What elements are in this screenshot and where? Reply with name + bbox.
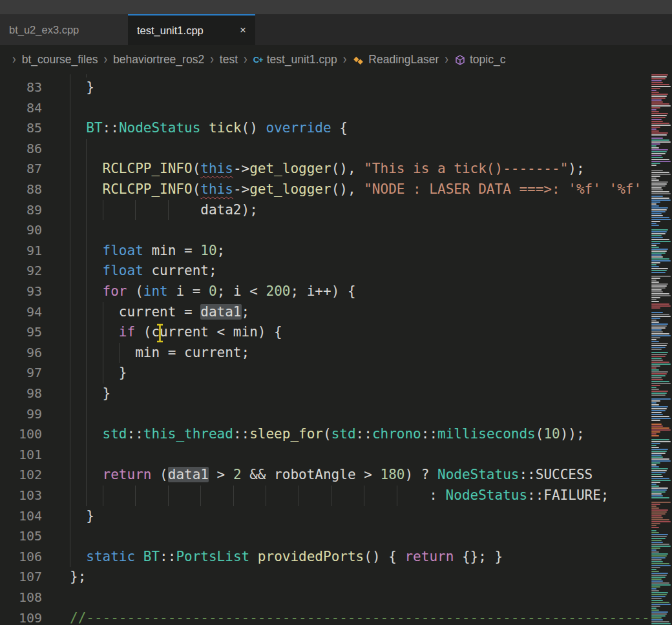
line-number[interactable]: 85 (0, 118, 42, 139)
minimap-row (651, 266, 659, 267)
minimap-row (651, 231, 667, 232)
line-number[interactable]: 108 (0, 588, 42, 608)
line-number[interactable]: 102 (0, 465, 42, 486)
minimap-row (651, 138, 663, 139)
line-number[interactable]: 88 (0, 179, 42, 200)
line-number[interactable]: 101 (0, 445, 42, 466)
code-line[interactable]: 86 (0, 139, 650, 159)
tab-bt_u2_ex3.cpp[interactable]: bt_u2_ex3.cpp (0, 14, 128, 45)
chevron-icon: › (103, 52, 107, 68)
minimap-row (651, 99, 662, 101)
code-line[interactable]: 90 (0, 220, 650, 241)
minimap-row (651, 205, 659, 207)
minimap-row (651, 76, 667, 77)
line-number[interactable]: 91 (0, 241, 42, 261)
line-number[interactable]: 104 (0, 506, 42, 527)
code-line[interactable]: 87 RCLCPP_INFO(this->get_logger(), "This… (0, 159, 650, 179)
minimap-row (651, 449, 668, 450)
breadcrumb-item-behaviortree_ros2[interactable]: behaviortree_ros2 (113, 53, 204, 67)
code-line[interactable]: 95 if (current < min) { (0, 322, 650, 343)
line-number[interactable]: 99 (0, 404, 42, 425)
minimap-row (651, 394, 666, 396)
minimap-row (651, 377, 662, 378)
line-number[interactable]: 103 (0, 486, 42, 506)
minimap-row (651, 270, 667, 271)
code-editor[interactable]: 82 }83 }8485 BT::NodeStatus tick() overr… (0, 74, 672, 625)
minimap-row (651, 553, 668, 555)
minimap-row (651, 151, 667, 152)
line-number[interactable]: 95 (0, 322, 42, 343)
line-number[interactable]: 83 (0, 77, 42, 98)
minimap-row (651, 113, 668, 114)
code-line[interactable]: 98 } (0, 384, 650, 404)
line-number[interactable]: 105 (0, 526, 42, 547)
breadcrumb-item-ReadingLaser[interactable]: ReadingLaser (352, 53, 439, 67)
minimap-row (651, 268, 668, 269)
line-number[interactable]: 90 (0, 220, 42, 241)
code-line[interactable]: 92 float current; (0, 261, 650, 282)
minimap-row (651, 472, 666, 473)
minimap-row (651, 354, 667, 355)
minimap[interactable] (650, 74, 672, 625)
indent-guide (70, 404, 70, 425)
minimap-row (651, 495, 663, 497)
code-line[interactable]: 94 current = data1; (0, 302, 650, 323)
minimap-row (651, 82, 663, 83)
line-number[interactable]: 87 (0, 159, 42, 179)
minimap-row (651, 276, 671, 277)
minimap-row (651, 381, 669, 382)
code-line[interactable]: 108 (0, 588, 650, 608)
code-line[interactable]: 93 for (int i = 0; i < 200; i++) { (0, 282, 650, 302)
code-line[interactable]: 97 } (0, 363, 650, 384)
line-number[interactable]: 92 (0, 261, 42, 282)
line-number[interactable]: 86 (0, 139, 42, 159)
line-number[interactable]: 84 (0, 98, 42, 119)
code-line[interactable]: 109//-----------------------------------… (0, 608, 650, 625)
tab-close-icon[interactable]: × (240, 24, 246, 37)
minimap-row (651, 174, 671, 175)
minimap-row (651, 289, 662, 291)
minimap-row (651, 252, 666, 254)
line-number[interactable]: 107 (0, 567, 42, 588)
code-line[interactable]: 84 (0, 98, 650, 119)
code-line[interactable]: 103 : NodeStatus::FAILURE; (0, 486, 650, 506)
code-line[interactable]: 89 data2); (0, 200, 650, 221)
minimap-row (651, 200, 671, 201)
line-number[interactable]: 89 (0, 200, 42, 221)
tab-test_unit1.cpp[interactable]: test_unit1.cpp× (128, 14, 255, 45)
breadcrumb-item-test[interactable]: test (220, 53, 238, 67)
line-number[interactable]: 106 (0, 547, 42, 568)
minimap-row (651, 427, 669, 429)
chevron-icon: › (244, 52, 247, 68)
code-line[interactable]: 101 (0, 445, 650, 466)
code-line[interactable]: 106 static BT::PortsList providedPorts()… (0, 547, 650, 568)
line-number[interactable]: 100 (0, 424, 42, 445)
code-line[interactable]: 88 RCLCPP_INFO(this->get_logger(), "NODE… (0, 179, 650, 200)
code-line[interactable]: 105 (0, 526, 650, 547)
code-text: float current; (70, 261, 217, 282)
code-line[interactable]: 96 min = current; (0, 343, 650, 364)
line-number[interactable]: 97 (0, 363, 42, 384)
breadcrumb-item-bt_course_files[interactable]: bt_course_files (22, 53, 98, 67)
code-line[interactable]: 100 std::this_thread::sleep_for(std::chr… (0, 424, 650, 445)
minimap-row (651, 592, 668, 593)
line-number[interactable]: 96 (0, 343, 42, 364)
line-number[interactable]: 109 (0, 608, 42, 625)
code-line[interactable]: 91 float min = 10; (0, 241, 650, 261)
code-line[interactable]: 104 } (0, 506, 650, 527)
code-line[interactable]: 102 return (data1 > 2 && robotAngle > 18… (0, 465, 650, 486)
minimap-row (651, 544, 669, 545)
minimap-row (651, 94, 668, 95)
code-line[interactable]: 107}; (0, 567, 650, 588)
breadcrumb-item-topic_c[interactable]: topic_c (454, 53, 505, 67)
minimap-row (651, 74, 668, 76)
line-number[interactable]: 94 (0, 302, 42, 323)
breadcrumb-item-test_unit1.cpp[interactable]: C+test_unit1.cpp (253, 53, 337, 67)
code-line[interactable]: 85 BT::NodeStatus tick() override { (0, 118, 650, 139)
line-number[interactable]: 93 (0, 282, 42, 302)
line-number[interactable]: 98 (0, 384, 42, 404)
minimap-row (651, 130, 659, 132)
code-line[interactable]: 83 } (0, 77, 650, 98)
minimap-row (651, 548, 660, 549)
code-line[interactable]: 99 (0, 404, 650, 425)
